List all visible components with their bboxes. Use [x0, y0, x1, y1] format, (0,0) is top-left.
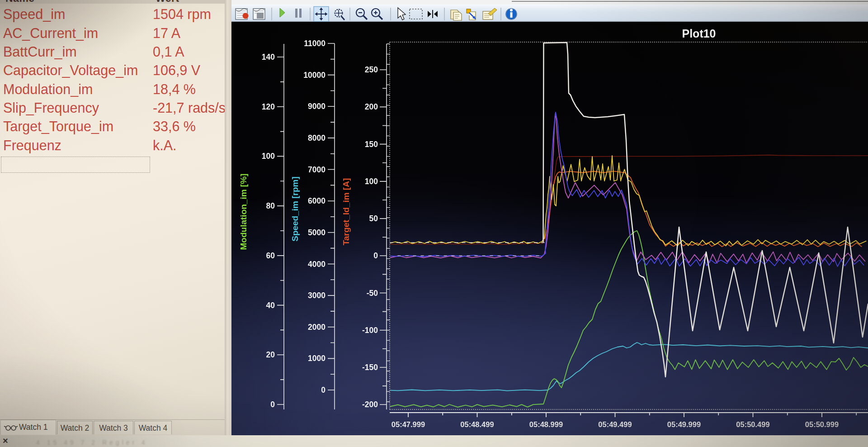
svg-text:9000: 9000	[308, 102, 326, 111]
svg-text:200: 200	[365, 102, 378, 111]
svg-text:250: 250	[365, 65, 378, 74]
svg-text:05:48.999: 05:48.999	[529, 420, 563, 428]
svg-text:05:50.499: 05:50.499	[736, 420, 769, 428]
svg-text:0: 0	[373, 251, 378, 260]
svg-text:-200: -200	[362, 400, 378, 409]
svg-text:0: 0	[270, 400, 275, 409]
svg-text:10000: 10000	[303, 71, 326, 80]
svg-text:100: 100	[262, 152, 275, 161]
svg-text:0: 0	[321, 385, 326, 395]
svg-text:140: 140	[262, 52, 275, 62]
svg-text:100: 100	[365, 177, 378, 186]
svg-text:50: 50	[369, 214, 378, 223]
svg-text:-100: -100	[362, 326, 378, 335]
svg-text:1000: 1000	[308, 354, 326, 363]
svg-text:80: 80	[266, 201, 275, 210]
svg-text:150: 150	[365, 140, 378, 149]
svg-text:7000: 7000	[308, 165, 326, 174]
svg-text:05:49.499: 05:49.499	[598, 420, 632, 428]
svg-text:Plot10: Plot10	[682, 27, 716, 40]
svg-text:Target_Id_im [A]: Target_Id_im [A]	[341, 178, 351, 246]
svg-text:05:47.999: 05:47.999	[392, 420, 425, 428]
svg-text:5000: 5000	[308, 228, 326, 237]
svg-text:120: 120	[262, 102, 275, 111]
svg-text:05:49.999: 05:49.999	[667, 420, 701, 428]
svg-text:Modulation_im [%]: Modulation_im [%]	[239, 174, 248, 250]
svg-text:60: 60	[266, 251, 275, 260]
svg-text:20: 20	[266, 350, 275, 359]
svg-text:6000: 6000	[308, 196, 326, 205]
svg-text:8000: 8000	[308, 133, 326, 143]
svg-text:11000: 11000	[304, 39, 326, 48]
svg-text:-150: -150	[362, 363, 378, 372]
svg-text:Speed_im [rpm]: Speed_im [rpm]	[290, 176, 300, 242]
svg-text:05:50.999: 05:50.999	[805, 420, 839, 428]
svg-text:2000: 2000	[308, 323, 326, 332]
svg-text:05:48.499: 05:48.499	[460, 420, 494, 428]
svg-text:4000: 4000	[308, 260, 326, 269]
svg-text:3000: 3000	[308, 291, 326, 300]
svg-text:40: 40	[266, 301, 275, 310]
svg-text:-50: -50	[367, 289, 378, 298]
